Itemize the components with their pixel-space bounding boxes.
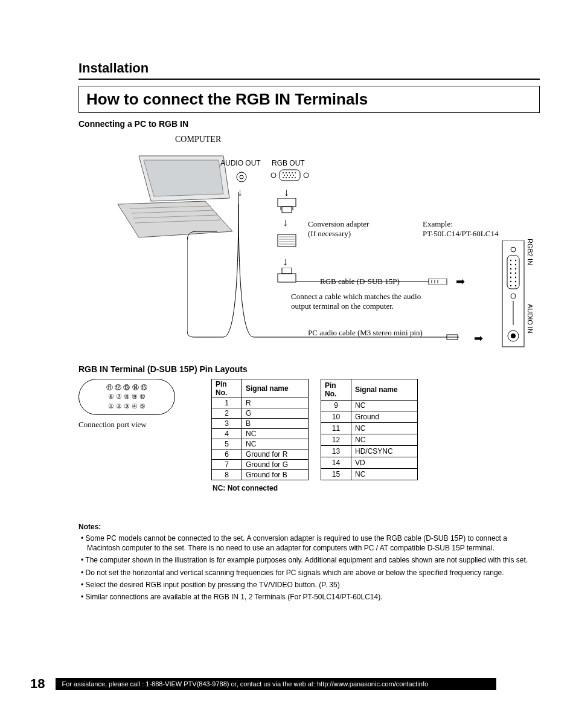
notes-list: Some PC models cannot be connected to th…: [78, 533, 540, 602]
pin-layout-section: ⑪ ⑫ ⑬ ⑭ ⑮ ⑥ ⑦ ⑧ ⑨ ⑩ ① ② ③ ④ ⑤ Connection…: [78, 379, 540, 480]
svg-point-57: [515, 281, 516, 282]
list-item: Select the desired RGB input position by…: [78, 580, 540, 590]
table-row: 10Ground: [321, 411, 418, 423]
svg-point-25: [295, 177, 296, 178]
table-row: 3B: [212, 419, 309, 429]
dsub-connector-icon: ⑪ ⑫ ⑬ ⑭ ⑮ ⑥ ⑦ ⑧ ⑨ ⑩ ① ② ③ ④ ⑤: [78, 379, 175, 415]
svg-point-54: [510, 277, 511, 278]
table-row: 12NC: [321, 434, 418, 446]
svg-point-12: [283, 172, 284, 173]
footer-bar: For assistance, please call : 1-888-VIEW…: [56, 678, 496, 690]
svg-point-9: [271, 173, 276, 178]
svg-point-20: [293, 175, 294, 176]
table-row: 13HD/CSYNC: [321, 446, 418, 457]
notes-block: Notes: Some PC models cannot be connecte…: [78, 523, 540, 602]
main-title: How to connect the RGB IN Terminals: [86, 90, 532, 109]
rgb2-in-label: RGB2 IN: [526, 239, 534, 265]
svg-point-44: [511, 247, 516, 252]
table-row: 5NC: [212, 439, 309, 449]
svg-point-21: [283, 177, 284, 178]
audio-cable-line: [187, 192, 489, 343]
svg-rect-45: [507, 256, 519, 289]
rgb-out-label: RGB OUT: [272, 159, 305, 167]
page-number: 18: [30, 676, 45, 692]
pin-header-name: Signal name: [351, 379, 418, 401]
svg-point-22: [286, 177, 287, 178]
dsub-row: ⑪ ⑫ ⑬ ⑭ ⑮: [85, 383, 168, 392]
list-item: Similar connections are available at the…: [78, 592, 540, 602]
svg-point-7: [237, 172, 246, 182]
table-row: 14VD: [321, 457, 418, 469]
svg-point-53: [515, 272, 516, 274]
pin-tables: Pin No.Signal name 1R 2G 3B 4NC 5NC 6Gro…: [211, 379, 418, 480]
audio-out-label: AUDIO OUT: [220, 159, 261, 167]
pin-table-right: Pin No.Signal name 9NC 10Ground 11NC 12N…: [321, 379, 418, 480]
svg-point-55: [515, 277, 516, 278]
pin-header-no: Pin No.: [212, 379, 242, 398]
vga-port-icon: [269, 168, 311, 182]
table-row: 7Ground for G: [212, 460, 309, 470]
svg-point-52: [510, 272, 511, 274]
pin-header-name: Signal name: [242, 379, 309, 398]
table-row: 9NC: [321, 400, 418, 411]
svg-point-48: [510, 264, 511, 265]
pin-table-left: Pin No.Signal name 1R 2G 3B 4NC 5NC 6Gro…: [211, 379, 309, 480]
table-row: 8Ground for B: [212, 470, 309, 480]
rear-panel-icon: [501, 240, 525, 349]
computer-label: COMPUTER: [175, 135, 221, 144]
subhead-pin-layouts: RGB IN Terminal (D-SUB 15P) Pin Layouts: [78, 364, 540, 374]
section-title: Installation: [78, 60, 540, 80]
list-item: The computer shown in the illustration i…: [78, 555, 540, 565]
table-row: 2G: [212, 408, 309, 419]
table-row: 6Ground for R: [212, 449, 309, 460]
svg-point-11: [304, 173, 309, 178]
svg-point-17: [284, 175, 285, 176]
svg-point-14: [289, 172, 290, 173]
table-row: 4NC: [212, 429, 309, 439]
list-item: Do not set the horizontal and vertical s…: [78, 568, 540, 578]
pin-header-no: Pin No.: [321, 379, 351, 401]
list-item: Some PC models cannot be connected to th…: [78, 533, 540, 553]
table-row: 11NC: [321, 423, 418, 434]
audio-jack-icon: [235, 171, 248, 183]
svg-point-8: [240, 175, 243, 179]
nc-note: NC: Not connected: [213, 484, 540, 492]
svg-point-51: [515, 268, 516, 269]
svg-point-50: [510, 268, 511, 269]
svg-point-58: [510, 285, 511, 286]
svg-point-56: [510, 281, 511, 282]
svg-point-59: [515, 285, 516, 286]
table-row: 1R: [212, 398, 309, 408]
main-title-box: How to connect the RGB IN Terminals: [78, 86, 540, 113]
svg-point-46: [510, 260, 511, 261]
notes-title: Notes:: [78, 523, 540, 531]
svg-point-16: [295, 172, 296, 173]
svg-point-60: [511, 294, 516, 298]
connection-diagram: COMPUTER AUDIO OUT RGB OUT ↓ ↓ ↓ Convers…: [78, 135, 540, 352]
svg-point-24: [292, 177, 293, 178]
dsub-row: ⑥ ⑦ ⑧ ⑨ ⑩: [85, 392, 168, 401]
svg-point-63: [511, 333, 516, 338]
footer: 18 For assistance, please call : 1-888-V…: [30, 676, 496, 692]
subhead-connecting: Connecting a PC to RGB IN: [78, 119, 540, 129]
dsub-row: ① ② ③ ④ ⑤: [85, 402, 168, 411]
table-row: 15NC: [321, 469, 418, 480]
svg-point-15: [292, 172, 293, 173]
svg-point-18: [287, 175, 288, 176]
audio-in-label: AUDIO IN: [526, 304, 534, 333]
svg-point-49: [515, 264, 516, 265]
svg-point-47: [515, 260, 516, 261]
svg-point-19: [290, 175, 291, 176]
svg-marker-1: [144, 160, 223, 196]
arrow-right-icon: ➡: [474, 332, 483, 345]
svg-point-23: [289, 177, 290, 178]
port-view: ⑪ ⑫ ⑬ ⑭ ⑮ ⑥ ⑦ ⑧ ⑨ ⑩ ① ② ③ ④ ⑤ Connection…: [78, 379, 187, 430]
svg-point-13: [286, 172, 287, 173]
port-caption: Connection port view: [78, 420, 187, 430]
